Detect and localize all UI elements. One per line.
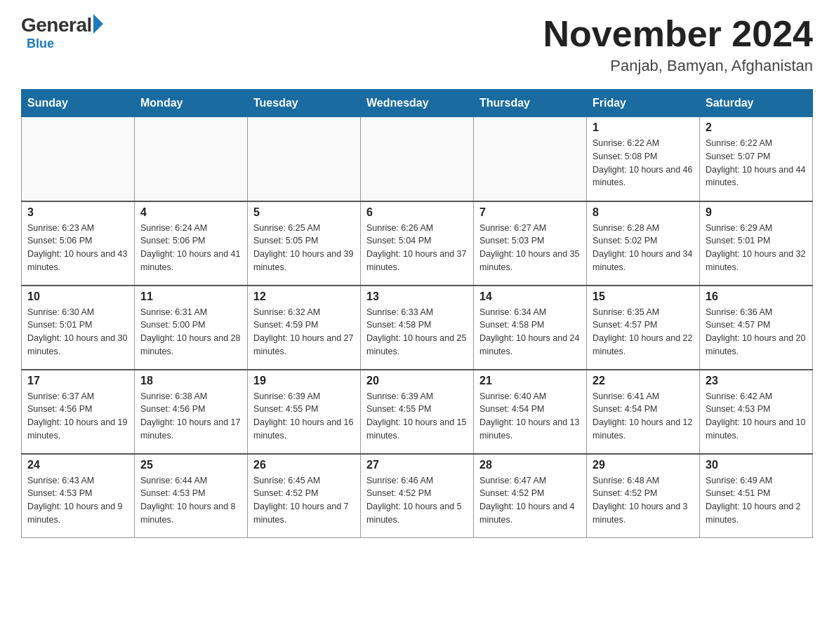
title-section: November 2024 Panjab, Bamyan, Afghanista… [543, 14, 813, 75]
day-info: Sunrise: 6:38 AMSunset: 4:56 PMDaylight:… [140, 390, 241, 443]
day-number: 24 [27, 459, 128, 471]
day-info: Sunrise: 6:36 AMSunset: 4:57 PMDaylight:… [706, 306, 807, 358]
day-number: 8 [593, 206, 694, 219]
day-info: Sunrise: 6:35 AMSunset: 4:57 PMDaylight:… [593, 306, 694, 358]
day-number: 12 [253, 290, 355, 303]
day-number: 22 [593, 375, 694, 387]
day-number: 6 [366, 206, 468, 219]
day-info: Sunrise: 6:34 AMSunset: 4:58 PMDaylight:… [479, 306, 581, 358]
day-number: 19 [253, 375, 355, 387]
calendar-cell: 22Sunrise: 6:41 AMSunset: 4:54 PMDayligh… [587, 370, 700, 454]
day-info: Sunrise: 6:25 AMSunset: 5:05 PMDaylight:… [253, 222, 355, 274]
calendar-table: SundayMondayTuesdayWednesdayThursdayFrid… [21, 89, 813, 538]
day-info: Sunrise: 6:32 AMSunset: 4:59 PMDaylight:… [253, 306, 355, 358]
logo-general-text: General [21, 14, 92, 36]
calendar-cell: 5Sunrise: 6:25 AMSunset: 5:05 PMDaylight… [248, 201, 361, 286]
day-number: 9 [706, 206, 807, 219]
day-number: 4 [140, 206, 241, 219]
day-info: Sunrise: 6:41 AMSunset: 4:54 PMDaylight:… [593, 390, 694, 443]
day-info: Sunrise: 6:43 AMSunset: 4:53 PMDaylight:… [27, 474, 128, 527]
page-header: General Blue November 2024 Panjab, Bamya… [21, 14, 813, 75]
day-info: Sunrise: 6:26 AMSunset: 5:04 PMDaylight:… [366, 222, 468, 274]
day-number: 10 [27, 290, 128, 303]
calendar-cell: 17Sunrise: 6:37 AMSunset: 4:56 PMDayligh… [22, 370, 135, 454]
day-of-week-header: Thursday [474, 90, 587, 117]
calendar-week-row: 3Sunrise: 6:23 AMSunset: 5:06 PMDaylight… [22, 201, 813, 286]
calendar-cell: 15Sunrise: 6:35 AMSunset: 4:57 PMDayligh… [587, 286, 700, 370]
day-info: Sunrise: 6:45 AMSunset: 4:52 PMDaylight:… [253, 474, 355, 527]
calendar-cell [474, 117, 587, 201]
day-number: 17 [27, 375, 128, 387]
calendar-cell: 7Sunrise: 6:27 AMSunset: 5:03 PMDaylight… [474, 201, 587, 286]
calendar-header-row: SundayMondayTuesdayWednesdayThursdayFrid… [22, 90, 813, 117]
calendar-cell: 29Sunrise: 6:48 AMSunset: 4:52 PMDayligh… [587, 454, 700, 538]
day-of-week-header: Monday [135, 90, 248, 117]
calendar-cell: 1Sunrise: 6:22 AMSunset: 5:08 PMDaylight… [587, 117, 700, 201]
day-info: Sunrise: 6:22 AMSunset: 5:08 PMDaylight:… [593, 137, 694, 189]
day-number: 14 [479, 290, 581, 303]
day-info: Sunrise: 6:40 AMSunset: 4:54 PMDaylight:… [479, 390, 581, 443]
calendar-cell: 26Sunrise: 6:45 AMSunset: 4:52 PMDayligh… [248, 454, 361, 538]
day-number: 5 [253, 206, 355, 219]
calendar-cell: 21Sunrise: 6:40 AMSunset: 4:54 PMDayligh… [474, 370, 587, 454]
day-number: 26 [253, 459, 355, 471]
calendar-cell [361, 117, 474, 201]
day-of-week-header: Sunday [22, 90, 135, 117]
month-title: November 2024 [543, 14, 813, 54]
calendar-cell: 16Sunrise: 6:36 AMSunset: 4:57 PMDayligh… [700, 286, 813, 370]
calendar-cell: 6Sunrise: 6:26 AMSunset: 5:04 PMDaylight… [361, 201, 474, 286]
calendar-cell: 11Sunrise: 6:31 AMSunset: 5:00 PMDayligh… [135, 286, 248, 370]
day-number: 13 [366, 290, 468, 303]
day-number: 20 [366, 375, 468, 387]
day-number: 1 [593, 121, 694, 134]
calendar-cell: 18Sunrise: 6:38 AMSunset: 4:56 PMDayligh… [135, 370, 248, 454]
day-number: 27 [366, 459, 468, 471]
calendar-cell: 13Sunrise: 6:33 AMSunset: 4:58 PMDayligh… [361, 286, 474, 370]
day-number: 15 [593, 290, 694, 303]
day-of-week-header: Tuesday [248, 90, 361, 117]
day-info: Sunrise: 6:23 AMSunset: 5:06 PMDaylight:… [27, 222, 128, 274]
day-info: Sunrise: 6:37 AMSunset: 4:56 PMDaylight:… [27, 390, 128, 443]
calendar-week-row: 1Sunrise: 6:22 AMSunset: 5:08 PMDaylight… [22, 117, 813, 201]
calendar-cell: 23Sunrise: 6:42 AMSunset: 4:53 PMDayligh… [700, 370, 813, 454]
day-number: 30 [706, 459, 807, 471]
day-number: 25 [140, 459, 241, 471]
calendar-cell: 10Sunrise: 6:30 AMSunset: 5:01 PMDayligh… [22, 286, 135, 370]
day-info: Sunrise: 6:47 AMSunset: 4:52 PMDaylight:… [479, 474, 581, 527]
day-info: Sunrise: 6:27 AMSunset: 5:03 PMDaylight:… [479, 222, 581, 274]
day-number: 28 [479, 459, 581, 471]
day-number: 23 [706, 375, 807, 387]
day-info: Sunrise: 6:46 AMSunset: 4:52 PMDaylight:… [366, 474, 468, 527]
calendar-cell: 8Sunrise: 6:28 AMSunset: 5:02 PMDaylight… [587, 201, 700, 286]
day-number: 2 [706, 121, 807, 134]
day-info: Sunrise: 6:28 AMSunset: 5:02 PMDaylight:… [593, 222, 694, 274]
calendar-cell: 28Sunrise: 6:47 AMSunset: 4:52 PMDayligh… [474, 454, 587, 538]
day-info: Sunrise: 6:42 AMSunset: 4:53 PMDaylight:… [706, 390, 807, 443]
calendar-cell: 14Sunrise: 6:34 AMSunset: 4:58 PMDayligh… [474, 286, 587, 370]
calendar-cell [248, 117, 361, 201]
logo-blue-text: Blue [27, 36, 54, 51]
calendar-cell: 2Sunrise: 6:22 AMSunset: 5:07 PMDaylight… [700, 117, 813, 201]
day-of-week-header: Friday [587, 90, 700, 117]
day-info: Sunrise: 6:33 AMSunset: 4:58 PMDaylight:… [366, 306, 468, 358]
day-info: Sunrise: 6:39 AMSunset: 4:55 PMDaylight:… [253, 390, 355, 443]
calendar-cell [135, 117, 248, 201]
day-info: Sunrise: 6:48 AMSunset: 4:52 PMDaylight:… [593, 474, 694, 527]
calendar-cell: 4Sunrise: 6:24 AMSunset: 5:06 PMDaylight… [135, 201, 248, 286]
day-info: Sunrise: 6:24 AMSunset: 5:06 PMDaylight:… [140, 222, 241, 274]
day-info: Sunrise: 6:22 AMSunset: 5:07 PMDaylight:… [706, 137, 807, 189]
calendar-week-row: 10Sunrise: 6:30 AMSunset: 5:01 PMDayligh… [22, 286, 813, 370]
day-info: Sunrise: 6:44 AMSunset: 4:53 PMDaylight:… [140, 474, 241, 527]
location-text: Panjab, Bamyan, Afghanistan [543, 57, 813, 75]
calendar-cell: 30Sunrise: 6:49 AMSunset: 4:51 PMDayligh… [700, 454, 813, 538]
calendar-week-row: 24Sunrise: 6:43 AMSunset: 4:53 PMDayligh… [22, 454, 813, 538]
calendar-cell: 25Sunrise: 6:44 AMSunset: 4:53 PMDayligh… [135, 454, 248, 538]
calendar-cell: 9Sunrise: 6:29 AMSunset: 5:01 PMDaylight… [700, 201, 813, 286]
day-info: Sunrise: 6:49 AMSunset: 4:51 PMDaylight:… [706, 474, 807, 527]
calendar-week-row: 17Sunrise: 6:37 AMSunset: 4:56 PMDayligh… [22, 370, 813, 454]
day-info: Sunrise: 6:31 AMSunset: 5:00 PMDaylight:… [140, 306, 241, 358]
calendar-cell: 20Sunrise: 6:39 AMSunset: 4:55 PMDayligh… [361, 370, 474, 454]
day-of-week-header: Wednesday [361, 90, 474, 117]
calendar-cell [22, 117, 135, 201]
calendar-cell: 24Sunrise: 6:43 AMSunset: 4:53 PMDayligh… [22, 454, 135, 538]
